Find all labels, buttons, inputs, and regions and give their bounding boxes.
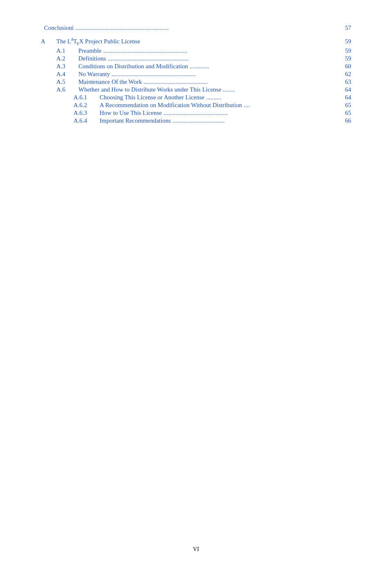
toc-entry-a4[interactable]: A.4 No Warranty ........................… — [41, 71, 351, 78]
toc-entry-a61[interactable]: A.6.1 Choosing This License or Another L… — [41, 94, 351, 101]
toc-entry-appendix-a[interactable]: A The LATEX Project Public License 59 — [41, 37, 351, 46]
toc-title-a61: Choosing This License or Another License — [100, 94, 205, 101]
toc-number-a4: A.4 — [56, 71, 77, 78]
toc-entry-a64[interactable]: A.6.4 Important Recommendations ........… — [41, 117, 351, 124]
toc-entry-a2[interactable]: A.2 Definitions ........................… — [41, 55, 351, 62]
toc-dots-a5: ........................................… — [142, 78, 339, 85]
toc-entry-a3[interactable]: A.3 Conditions on Distribution and Modif… — [41, 63, 351, 70]
toc-number-a3: A.3 — [56, 63, 77, 70]
toc-number-a: A — [41, 38, 53, 45]
toc-title-a2: Definitions — [78, 55, 106, 62]
toc-page-a: 59 — [339, 38, 351, 45]
toc-page-a5: 63 — [339, 78, 351, 85]
toc-entry-a62[interactable]: A.6.2 A Recommendation on Modification W… — [41, 102, 351, 109]
toc-dots-a63: ........................................… — [162, 110, 339, 116]
toc-title-a3: Conditions on Distribution and Modificat… — [78, 63, 188, 70]
toc-page-a4: 62 — [339, 71, 351, 78]
toc-dots-a61: .......... — [205, 94, 339, 101]
toc-entry-a1[interactable]: A.1 Preamble ...........................… — [41, 47, 351, 54]
toc-page-a2: 59 — [339, 55, 351, 62]
toc-dots-a1: ........................................… — [102, 47, 339, 54]
toc-title-a5: Maintenance Of the Work — [78, 78, 142, 85]
toc-page-a62: 65 — [339, 102, 351, 109]
toc-entry-conclusioni[interactable]: Conclusioni ............................… — [41, 25, 351, 31]
toc-title-a4: No Warranty — [78, 71, 110, 78]
toc-page-conclusioni: 57 — [339, 25, 351, 31]
toc-dots-a3: ............. — [188, 63, 339, 70]
toc-number-a1: A.1 — [56, 47, 77, 54]
toc-number-a2: A.2 — [56, 55, 77, 62]
toc-entry-a5[interactable]: A.5 Maintenance Of the Work ............… — [41, 78, 351, 85]
toc-dots-a62: .... — [242, 102, 339, 109]
toc-page-a63: 65 — [339, 110, 351, 116]
toc-title-a64: Important Recommendations — [100, 117, 171, 124]
toc-dots-a6: ........ — [221, 86, 339, 93]
toc-title-conclusioni: Conclusioni — [44, 25, 74, 31]
toc-page-a3: 60 — [339, 63, 351, 70]
toc-number-a6: A.6 — [56, 86, 77, 93]
toc-dots-a4: ........................................… — [110, 71, 339, 78]
toc-entry-a6[interactable]: A.6 Whether and How to Distribute Works … — [41, 86, 351, 93]
toc-dots-a2: ........................................… — [106, 55, 339, 62]
footer-page-number: VI — [193, 546, 199, 552]
toc-title-a1: Preamble — [78, 47, 102, 54]
toc-title-a62: A Recommendation on Modification Without… — [100, 102, 242, 109]
page: Conclusioni ............................… — [0, 0, 392, 569]
toc-entry-a63[interactable]: A.6.3 How to Use This License ..........… — [41, 110, 351, 116]
toc-title-a63: How to Use This License — [100, 110, 162, 116]
toc-number-a63: A.6.3 — [74, 110, 98, 116]
toc-title-a: The LATEX Project Public License — [56, 37, 339, 46]
toc-page-a64: 66 — [339, 117, 351, 124]
toc-page-a6: 64 — [339, 86, 351, 93]
toc-number-a62: A.6.2 — [74, 102, 98, 109]
toc-title-a6: Whether and How to Distribute Works unde… — [78, 86, 221, 93]
toc-dots-conclusioni: ........................................… — [74, 25, 339, 31]
toc-number-a64: A.6.4 — [74, 117, 98, 124]
toc-page-a61: 64 — [339, 94, 351, 101]
toc-number-a61: A.6.1 — [74, 94, 98, 101]
toc-dots-a64: .................................. — [171, 117, 339, 124]
toc-number-a5: A.5 — [56, 78, 77, 85]
toc-page-a1: 59 — [339, 47, 351, 54]
page-footer: VI — [0, 546, 392, 553]
